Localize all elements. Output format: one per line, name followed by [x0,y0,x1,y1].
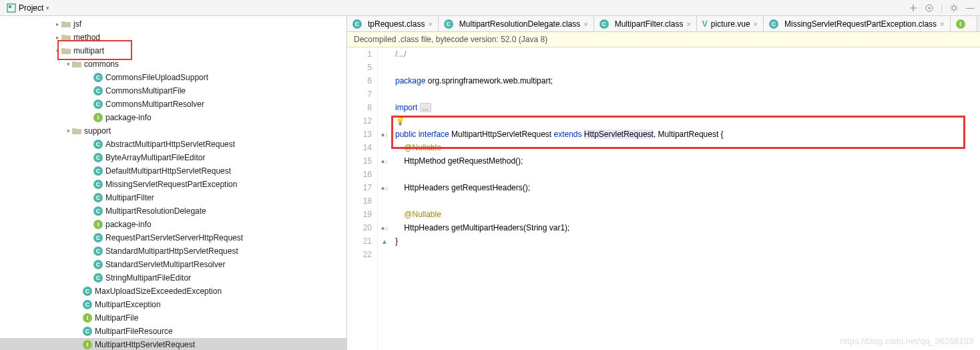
class-file-icon: C [83,327,92,336]
code-line[interactable]: public interface MultipartHttpServletReq… [395,128,980,141]
line-number: 7 [347,88,372,101]
tree-item-label: method [73,33,100,42]
code-line[interactable]: import ... [395,101,980,114]
class-file-icon: C [93,246,103,256]
tree-item-bytearraymultipartfileeditor[interactable]: CByteArrayMultipartFileEditor [0,151,346,164]
tree-twisty-icon[interactable]: ▸ [53,21,61,27]
line-number: 8 [347,101,372,114]
code-line[interactable]: @Nullable [395,141,980,154]
gutter-mark [378,168,391,181]
gutter-mark [378,194,391,208]
tree-item-label: MultipartResolutionDelegate [105,206,206,216]
gutter-mark [378,114,391,128]
code-line[interactable]: } [395,234,980,248]
tree-item-abstractmultiparthttpservletrequest[interactable]: CAbstractMultipartHttpServletRequest [0,138,346,151]
tab-extra[interactable]: I [951,16,977,31]
tab-multipartfilter-class[interactable]: CMultipartFilter.class× [594,16,697,31]
project-dropdown[interactable]: Project ▾ [3,2,53,14]
close-icon[interactable]: × [754,20,758,28]
tree-item-commonsmultipartfile[interactable]: CCommonsMultipartFile [0,84,346,98]
code-line[interactable] [395,248,980,261]
close-icon[interactable]: × [428,20,432,28]
tree-item-label: StandardServletMultipartResolver [105,260,225,269]
class-file-icon: C [93,180,103,189]
interface-file-icon: I [956,19,965,29]
gutter-mark [378,47,391,61]
tab-multipartresolutiondelegate-class[interactable]: CMultipartResolutionDelegate.class× [439,16,594,31]
tree-item-multipartresolutiondelegate[interactable]: CMultipartResolutionDelegate [0,204,346,218]
code-line[interactable]: HttpHeaders getRequestHeaders(); [395,181,980,194]
tree-item-multipartexception[interactable]: CMultipartException [0,298,346,311]
code-editor[interactable]: 156781213141516171819202122 ●↓●↓●↓●↓▲ /.… [347,47,980,350]
tree-item-label: MultipartException [95,300,161,309]
dropdown-icon: ▾ [46,5,49,11]
line-number: 19 [347,208,372,221]
code-line[interactable] [395,88,980,101]
close-icon[interactable]: × [940,20,944,28]
tree-item-method[interactable]: ▸method [0,31,346,44]
tree-item-multipartfilter[interactable]: CMultipartFilter [0,191,346,204]
collapse-icon[interactable] [909,3,918,13]
top-toolbar: Project ▾ | — [0,0,980,16]
gutter-mark [378,61,391,74]
gutter-mark: ▲ [378,234,391,248]
code-line[interactable]: 💡 [395,114,980,128]
close-icon[interactable]: × [583,20,587,28]
tree-item-support[interactable]: ▾support [0,124,346,138]
hide-icon[interactable]: — [965,3,975,13]
tree-item-requestpartservletserverhttprequest[interactable]: CRequestPartServletServerHttpRequest [0,231,346,244]
project-tree-panel: ▸jsf▸method▾multipart▾commonsCCommonsFil… [0,16,347,350]
tree-item-multipart[interactable]: ▾multipart [0,44,346,57]
tree-item-package-info[interactable]: Ipackage-info [0,111,346,124]
close-icon[interactable]: × [686,20,690,28]
class-file-icon: C [93,140,103,149]
class-file-icon: C [93,260,103,269]
tree-item-jsf[interactable]: ▸jsf [0,17,346,31]
tree-item-commonsmultipartresolver[interactable]: CCommonsMultipartResolver [0,98,346,111]
tree-item-multipartfile[interactable]: IMultipartFile [0,311,346,325]
code-line[interactable] [395,194,980,208]
tree-item-multipartfileresource[interactable]: CMultipartFileResource [0,325,346,338]
tab-tprequest-class[interactable]: CtpRequest.class× [347,16,439,31]
tree-item-commons[interactable]: ▾commons [0,57,346,71]
decompiled-banner: Decompiled .class file, bytecode version… [347,32,980,47]
tab-label: picture.vue [711,19,750,29]
code-line[interactable]: HttpHeaders getMultipartHeaders(String v… [395,221,980,234]
tab-picture-vue[interactable]: Vpicture.vue× [697,16,764,31]
tree-item-standardservletmultipartresolver[interactable]: CStandardServletMultipartResolver [0,258,346,271]
tree-item-defaultmultiparthttpservletrequest[interactable]: CDefaultMultipartHttpServletRequest [0,164,346,178]
tree-twisty-icon[interactable]: ▸ [53,34,61,41]
code-line[interactable]: @Nullable [395,208,980,221]
class-file-icon: C [93,86,103,96]
tree-item-missingservletrequestpartexception[interactable]: CMissingServletRequestPartException [0,178,346,191]
tree-item-label: StandardMultipartHttpServletRequest [105,246,238,256]
gutter-mark: ●↓ [378,181,391,194]
tree-item-label: ByteArrayMultipartFileEditor [105,153,205,162]
tree-item-label: MultipartFileResource [95,327,173,336]
tree-item-maxuploadsizeexceededexception[interactable]: CMaxUploadSizeExceededException [0,285,346,298]
code-line[interactable]: /.../ [395,47,980,61]
gear-icon[interactable] [949,3,959,13]
tab-missingservletrequestpartexception-class[interactable]: CMissingServletRequestPartException.clas… [764,16,951,31]
gutter-mark [378,141,391,154]
interface-file-icon: I [93,220,103,229]
folder-icon [61,46,71,55]
tree-item-commonsfileuploadsupport[interactable]: CCommonsFileUploadSupport [0,71,346,84]
tree-twisty-icon[interactable]: ▾ [64,61,72,67]
tree-item-package-info[interactable]: Ipackage-info [0,218,346,231]
tree-twisty-icon[interactable]: ▾ [53,47,61,54]
tree-item-multiparthttpservletrequest[interactable]: IMultipartHttpServletRequest [0,338,346,350]
gutter-mark [378,101,391,114]
code-line[interactable]: package org.springframework.web.multipar… [395,74,980,88]
gutter-mark [378,88,391,101]
tree-item-standardmultiparthttpservletrequest[interactable]: CStandardMultipartHttpServletRequest [0,244,346,258]
tree-item-stringmultipartfileeditor[interactable]: CStringMultipartFileEditor [0,271,346,285]
tree-twisty-icon[interactable]: ▾ [64,128,72,134]
intention-bulb-icon[interactable]: 💡 [395,116,405,126]
line-number: 14 [347,141,372,154]
line-number: 21 [347,234,372,248]
expand-icon[interactable] [925,3,934,13]
code-line[interactable]: HttpMethod getRequestMethod(); [395,154,980,168]
code-line[interactable] [395,168,980,181]
code-line[interactable] [395,61,980,74]
